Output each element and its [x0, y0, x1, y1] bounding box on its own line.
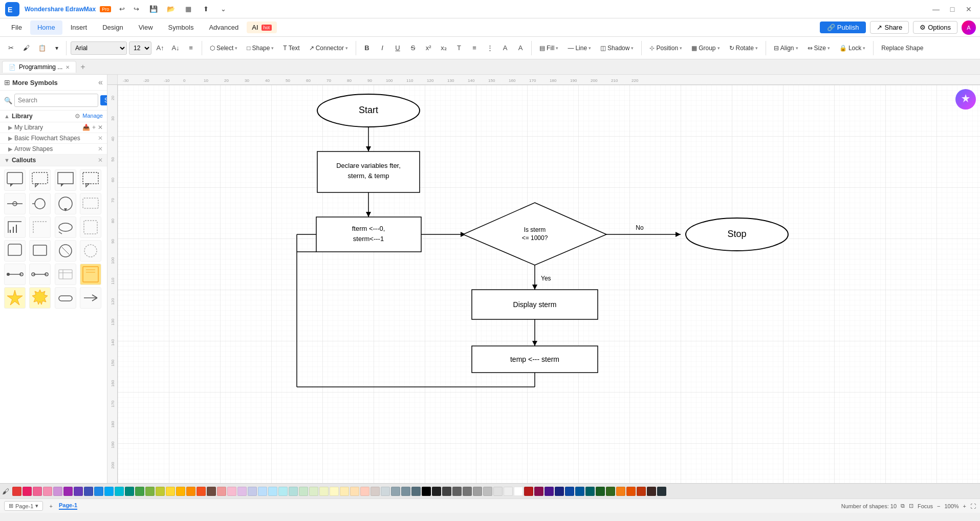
shape-item-4[interactable] — [80, 169, 101, 191]
close-button[interactable]: ✕ — [962, 2, 976, 16]
minimize-button[interactable]: — — [929, 2, 943, 16]
shadow-button[interactable]: ◫Shadow — [597, 42, 637, 54]
position-button[interactable]: ⊹Position — [646, 42, 686, 54]
my-library-add-icon[interactable]: + — [92, 124, 96, 131]
color-swatch[interactable] — [483, 487, 492, 496]
color-swatch[interactable] — [565, 487, 574, 496]
color-swatch[interactable] — [217, 487, 226, 496]
color-swatch[interactable] — [596, 487, 605, 496]
shape-item-17[interactable] — [4, 264, 26, 285]
shape-button[interactable]: □Shape — [243, 42, 277, 54]
shape-item-24[interactable] — [80, 287, 101, 309]
shape-item-15[interactable] — [55, 240, 76, 262]
rotate-button[interactable]: ↻Rotate — [726, 42, 761, 54]
connector-button[interactable]: ↗Connector — [306, 42, 352, 54]
cut-button[interactable]: ✂ — [4, 41, 17, 55]
save-button[interactable]: 💾 — [147, 3, 160, 16]
size-button[interactable]: ⇔Size — [804, 42, 834, 54]
shape-item-21[interactable] — [4, 287, 26, 309]
page-indicator[interactable]: ⊞ Page-1 ▾ — [4, 501, 43, 511]
color-swatch[interactable] — [340, 487, 349, 496]
shape-item-6[interactable] — [29, 193, 51, 214]
text-style-button[interactable]: T — [452, 41, 466, 55]
fit-page-icon[interactable]: ⊡ — [909, 503, 913, 509]
add-tab-button[interactable]: + — [76, 60, 89, 74]
shape-item-13[interactable] — [4, 240, 26, 262]
shape-item-3[interactable] — [55, 169, 76, 191]
collapse-panel-button[interactable]: « — [98, 78, 103, 87]
color-swatch[interactable] — [371, 487, 380, 496]
ai-assistant-button[interactable] — [955, 89, 976, 110]
color-swatch[interactable] — [166, 487, 175, 496]
flowchart-diagram[interactable]: Start Declare variables fter, sterm, & t… — [118, 85, 980, 483]
align-button[interactable]: ≡ — [184, 41, 198, 55]
color-swatch[interactable] — [585, 487, 595, 496]
shape-item-23[interactable] — [55, 287, 76, 309]
color-swatch[interactable] — [12, 487, 21, 496]
menu-advanced[interactable]: Advanced — [202, 20, 246, 35]
manage-icon[interactable]: ⚙ — [75, 113, 80, 120]
shape-item-11[interactable] — [55, 216, 76, 238]
color-swatch[interactable] — [186, 487, 195, 496]
shape-item-20[interactable] — [80, 264, 101, 285]
color-swatch[interactable] — [330, 487, 339, 496]
page-dropdown-icon[interactable]: ▾ — [35, 503, 38, 509]
italic-button[interactable]: I — [376, 41, 389, 55]
strikethrough-button[interactable]: S — [406, 41, 420, 55]
group-button[interactable]: ▦Group — [688, 42, 723, 54]
color-swatch[interactable] — [156, 487, 165, 496]
color-swatch[interactable] — [411, 487, 421, 496]
color-swatch[interactable] — [227, 487, 236, 496]
color-swatch[interactable] — [176, 487, 185, 496]
search-input[interactable] — [14, 94, 98, 107]
replace-shape-button[interactable]: Replace Shape — [878, 42, 927, 54]
align-shapes-button[interactable]: ⊟Align — [770, 42, 802, 54]
callouts-section-header[interactable]: ▼ Callouts ✕ — [0, 155, 107, 166]
shape-item-2[interactable] — [29, 169, 51, 191]
color-swatch[interactable] — [555, 487, 564, 496]
underline-button[interactable]: U — [391, 41, 404, 55]
color-swatch[interactable] — [43, 487, 52, 496]
color-swatch[interactable] — [258, 487, 267, 496]
color-swatch[interactable] — [452, 487, 462, 496]
color-swatch[interactable] — [94, 487, 103, 496]
options-button[interactable]: ⚙Options — [913, 21, 957, 34]
color-swatch[interactable] — [391, 487, 400, 496]
color-swatch[interactable] — [33, 487, 42, 496]
my-library-section[interactable]: ▶ My Library 📥 + ✕ — [0, 122, 107, 133]
shape-item-9[interactable] — [4, 216, 26, 238]
shape-item-14[interactable] — [29, 240, 51, 262]
shape-item-22[interactable] — [29, 287, 51, 309]
basic-flowchart-section[interactable]: ▶ Basic Flowchart Shapes ✕ — [0, 133, 107, 144]
shape-item-12[interactable] — [80, 216, 101, 238]
callouts-close-icon[interactable]: ✕ — [98, 157, 103, 164]
color-swatch[interactable] — [289, 487, 298, 496]
menu-symbols[interactable]: Symbols — [161, 20, 201, 35]
fill-color-button[interactable]: A — [514, 41, 527, 55]
color-swatch[interactable] — [616, 487, 625, 496]
color-swatch[interactable] — [299, 487, 308, 496]
color-swatch[interactable] — [268, 487, 277, 496]
increase-font-button[interactable]: A↑ — [154, 41, 167, 55]
shape-item-10[interactable] — [29, 216, 51, 238]
color-swatch[interactable] — [473, 487, 482, 496]
color-swatch[interactable] — [422, 487, 431, 496]
color-swatch[interactable] — [626, 487, 636, 496]
color-swatch[interactable] — [463, 487, 472, 496]
publish-button[interactable]: 🔗Publish — [820, 21, 866, 33]
color-swatch[interactable] — [115, 487, 124, 496]
color-swatch[interactable] — [104, 487, 114, 496]
copy-format-button[interactable]: 🖌 — [19, 41, 33, 55]
font-size-select[interactable]: 12 14 16 18 — [129, 41, 151, 55]
color-swatch[interactable] — [545, 487, 554, 496]
color-swatch[interactable] — [278, 487, 288, 496]
color-swatch[interactable] — [401, 487, 410, 496]
layers-icon[interactable]: ⧉ — [901, 503, 905, 509]
basic-flowchart-close-icon[interactable]: ✕ — [98, 135, 103, 142]
color-swatch[interactable] — [197, 487, 206, 496]
my-library-save-icon[interactable]: 📥 — [82, 124, 90, 131]
color-swatch[interactable] — [524, 487, 533, 496]
decrease-font-button[interactable]: A↓ — [169, 41, 182, 55]
fullscreen-button[interactable]: ⛶ — [970, 503, 976, 509]
template-button[interactable]: ▦ — [182, 3, 195, 16]
